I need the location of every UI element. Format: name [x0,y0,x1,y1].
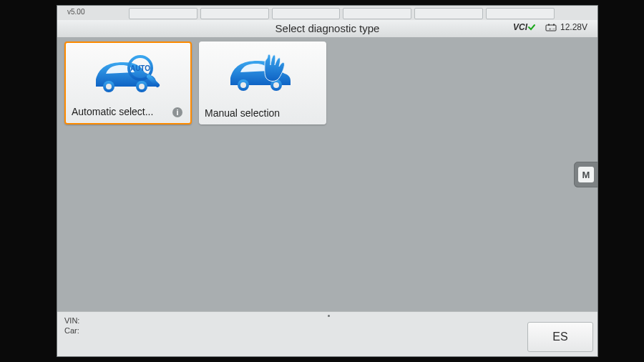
vin-row: VIN: [64,316,79,325]
car-auto-icon: AUTO [66,49,190,99]
vci-label: VCI [513,22,527,32]
tile-label: Manual selection [205,107,321,119]
screen: v5.00 Select diagnostic type VCI + −12.2… [57,6,597,356]
tile-label: Automatic select... [72,106,185,117]
svg-point-7 [139,84,145,89]
footer-indicator-dot [328,315,330,317]
device-frame: v5.00 Select diagnostic type VCI + −12.2… [0,0,644,362]
svg-point-5 [106,84,112,89]
check-icon [527,23,536,31]
battery-status: + −12.28V [545,22,587,32]
vci-status: VCI [513,22,536,32]
tab-placeholder[interactable] [343,8,411,19]
svg-point-16 [273,82,279,88]
top-strip: v5.00 [57,6,597,21]
tab-placeholder[interactable] [272,8,341,19]
tab-placeholder[interactable] [414,8,483,19]
car-hand-icon [199,47,326,97]
tab-placeholder[interactable] [486,8,555,19]
tab-placeholder[interactable] [129,8,197,19]
vin-label: VIN: [64,316,79,325]
side-menu-button[interactable]: M [574,162,598,187]
side-menu-label: M [578,167,594,182]
esc-button-label: ES [552,331,567,343]
car-row: Car: [64,326,79,335]
svg-text:AUTO: AUTO [130,64,150,72]
esc-button[interactable]: ES [527,322,593,352]
tab-placeholder-row [129,8,555,18]
content-area: AUTO Automatic select... i [57,37,597,312]
svg-text:i: i [176,108,178,117]
battery-icon: + − [545,24,558,32]
footer-bar: VIN: Car: ES [57,311,597,356]
header-bar: Select diagnostic type VCI + −12.28V [57,20,597,38]
svg-rect-2 [553,24,555,26]
svg-point-14 [240,82,246,88]
battery-voltage: 12.28V [560,22,587,32]
tab-placeholder[interactable] [200,8,269,19]
car-label: Car: [64,326,79,335]
svg-rect-1 [548,24,550,26]
tile-automatic-selection[interactable]: AUTO Automatic select... i [64,41,192,124]
tile-manual-selection[interactable]: Manual selection [199,41,326,124]
info-icon[interactable]: i [172,107,183,118]
svg-text:+ −: + − [549,26,555,31]
version-label: v5.00 [67,8,84,16]
